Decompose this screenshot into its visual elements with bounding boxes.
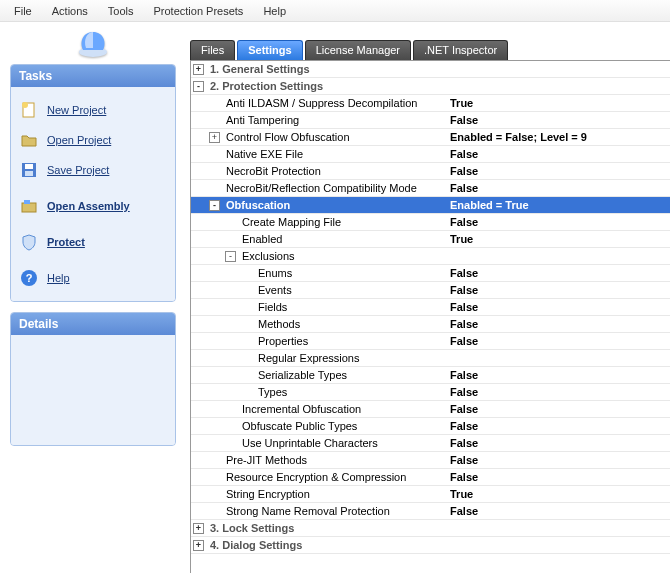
tab-license-manager[interactable]: License Manager [305, 40, 411, 60]
grid-row[interactable]: EnabledTrue [191, 231, 670, 248]
task-open-project[interactable]: Open Project [15, 125, 171, 155]
spacer [225, 217, 236, 228]
property-value: False [450, 369, 670, 381]
grid-row[interactable]: Strong Name Removal ProtectionFalse [191, 503, 670, 520]
spacer [241, 319, 252, 330]
grid-row[interactable]: Native EXE FileFalse [191, 146, 670, 163]
task-label: Open Project [47, 134, 111, 146]
grid-row[interactable]: +4. Dialog Settings [191, 537, 670, 554]
property-name: Types [256, 386, 287, 398]
menu-tools[interactable]: Tools [98, 5, 144, 17]
tab-settings[interactable]: Settings [237, 40, 302, 60]
grid-row[interactable]: +1. General Settings [191, 61, 670, 78]
property-name: String Encryption [224, 488, 310, 500]
tab--net-inspector[interactable]: .NET Inspector [413, 40, 508, 60]
grid-row[interactable]: NecroBit/Reflection Compatibility ModeFa… [191, 180, 670, 197]
property-name: Create Mapping File [240, 216, 341, 228]
grid-row[interactable]: NecroBit ProtectionFalse [191, 163, 670, 180]
property-value: False [450, 454, 670, 466]
grid-row[interactable]: Create Mapping FileFalse [191, 214, 670, 231]
grid-row[interactable]: Resource Encryption & CompressionFalse [191, 469, 670, 486]
task-help[interactable]: ?Help [15, 263, 171, 293]
spacer [209, 183, 220, 194]
grid-row[interactable]: Pre-JIT MethodsFalse [191, 452, 670, 469]
tab-strip: FilesSettingsLicense Manager.NET Inspect… [190, 40, 670, 60]
collapse-icon[interactable]: - [209, 200, 220, 211]
grid-row[interactable]: -ObfuscationEnabled = True [191, 197, 670, 214]
spacer [209, 506, 220, 517]
property-name: NecroBit Protection [224, 165, 321, 177]
spacer [209, 115, 220, 126]
property-value: False [450, 471, 670, 483]
grid-row[interactable]: Obfuscate Public TypesFalse [191, 418, 670, 435]
details-panel: Details [10, 312, 176, 446]
task-protect[interactable]: Protect [15, 227, 171, 257]
grid-row[interactable]: Incremental ObfuscationFalse [191, 401, 670, 418]
property-name: Events [256, 284, 292, 296]
spacer [209, 166, 220, 177]
grid-row[interactable]: EventsFalse [191, 282, 670, 299]
help-icon: ? [19, 268, 39, 288]
collapse-icon[interactable]: - [225, 251, 236, 262]
property-grid[interactable]: +1. General Settings-2. Protection Setti… [190, 60, 670, 573]
property-value: False [450, 505, 670, 517]
grid-row[interactable]: -Exclusions [191, 248, 670, 265]
task-label: Open Assembly [47, 200, 130, 212]
grid-row[interactable]: Use Unprintable CharactersFalse [191, 435, 670, 452]
property-name: 4. Dialog Settings [208, 539, 302, 551]
grid-row[interactable]: -2. Protection Settings [191, 78, 670, 95]
grid-row[interactable]: String EncryptionTrue [191, 486, 670, 503]
grid-row[interactable]: TypesFalse [191, 384, 670, 401]
property-name: Anti Tampering [224, 114, 299, 126]
svg-point-2 [22, 102, 28, 108]
menu-actions[interactable]: Actions [42, 5, 98, 17]
expand-icon[interactable]: + [193, 523, 204, 534]
property-value: True [450, 97, 670, 109]
property-name: Resource Encryption & Compression [224, 471, 406, 483]
spacer [241, 336, 252, 347]
spacer [241, 285, 252, 296]
property-name: Strong Name Removal Protection [224, 505, 390, 517]
grid-row[interactable]: MethodsFalse [191, 316, 670, 333]
menu-file[interactable]: File [4, 5, 42, 17]
main-layout: Tasks New ProjectOpen ProjectSave Projec… [0, 22, 670, 575]
property-value: False [450, 216, 670, 228]
property-value: True [450, 233, 670, 245]
grid-row[interactable]: Anti ILDASM / Suppress DecompilationTrue [191, 95, 670, 112]
grid-row[interactable]: Serializable TypesFalse [191, 367, 670, 384]
sidebar: Tasks New ProjectOpen ProjectSave Projec… [0, 22, 186, 575]
expand-icon[interactable]: + [193, 540, 204, 551]
task-new-project[interactable]: New Project [15, 95, 171, 125]
menu-protection-presets[interactable]: Protection Presets [144, 5, 254, 17]
tab-files[interactable]: Files [190, 40, 235, 60]
grid-row[interactable]: PropertiesFalse [191, 333, 670, 350]
expand-icon[interactable]: + [193, 64, 204, 75]
property-value: False [450, 403, 670, 415]
property-name: Use Unprintable Characters [240, 437, 378, 449]
property-value: False [450, 148, 670, 160]
grid-row[interactable]: Regular Expressions [191, 350, 670, 367]
task-label: New Project [47, 104, 106, 116]
expand-icon[interactable]: + [209, 132, 220, 143]
property-value: False [450, 114, 670, 126]
grid-row[interactable]: Anti TamperingFalse [191, 112, 670, 129]
property-name: NecroBit/Reflection Compatibility Mode [224, 182, 417, 194]
menu-help[interactable]: Help [253, 5, 296, 17]
grid-row[interactable]: EnumsFalse [191, 265, 670, 282]
property-value: False [450, 420, 670, 432]
details-body [11, 335, 175, 445]
task-save-project[interactable]: Save Project [15, 155, 171, 185]
grid-row[interactable]: FieldsFalse [191, 299, 670, 316]
property-name: 2. Protection Settings [208, 80, 323, 92]
task-open-assembly[interactable]: Open Assembly [15, 191, 171, 221]
content-area: FilesSettingsLicense Manager.NET Inspect… [186, 22, 670, 575]
spacer [225, 234, 236, 245]
property-name: Properties [256, 335, 308, 347]
property-name: Incremental Obfuscation [240, 403, 361, 415]
grid-row[interactable]: +Control Flow ObfuscationEnabled = False… [191, 129, 670, 146]
property-name: Methods [256, 318, 300, 330]
property-name: Obfuscation [224, 199, 290, 211]
collapse-icon[interactable]: - [193, 81, 204, 92]
spacer [209, 98, 220, 109]
grid-row[interactable]: +3. Lock Settings [191, 520, 670, 537]
